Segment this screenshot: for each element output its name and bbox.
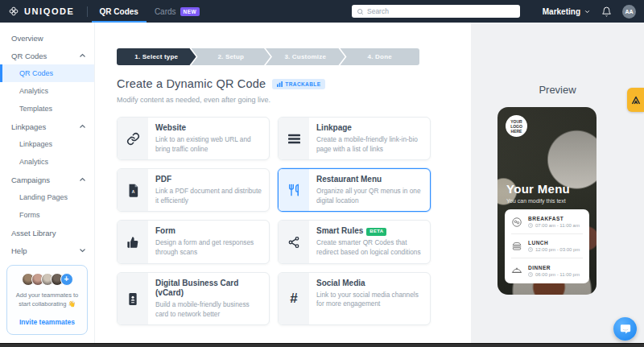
brand[interactable]: UNIQODE <box>8 6 75 17</box>
sidebar-section-linkpages[interactable]: Linkpages <box>0 118 94 135</box>
qr-type-title: Restaurant Menu <box>316 175 423 185</box>
chevron-up-icon <box>79 124 86 129</box>
uniqode-flower-logo-icon <box>8 6 19 17</box>
qr-type-title: Form <box>155 226 262 237</box>
qr-type-title: Smart RulesBETA <box>316 226 423 237</box>
chevron-up-icon <box>79 53 86 58</box>
qr-type-desc: Build a mobile-friendly business card to… <box>155 300 262 319</box>
chevron-up-icon <box>79 177 86 182</box>
bell-icon[interactable] <box>601 6 612 17</box>
clock-icon <box>528 247 533 252</box>
preview-heading: Preview <box>471 84 644 96</box>
qr-type-desc: Link to an existing web URL and bring tr… <box>155 135 262 154</box>
qr-type-title: Social Media <box>316 279 423 289</box>
feedback-side-tab[interactable] <box>627 88 644 112</box>
invite-message: Add your teammates to start collaboratin… <box>13 291 81 309</box>
qr-type-desc: Organize all your QR menus in one digita… <box>316 187 423 205</box>
chat-bubble-icon <box>620 324 631 335</box>
tab-cards[interactable]: Cards NEW <box>155 0 200 23</box>
qr-type-title: PDF <box>155 175 262 185</box>
bar-chart-icon <box>277 81 283 87</box>
sidebar-item-qr-codes[interactable]: QR Codes <box>0 64 94 82</box>
menu-card: BREAKFAST 07:00 am - 11:00 am LUNCH 12:0… <box>505 209 589 283</box>
sidebar-item-linkpage-analytics[interactable]: Analytics <box>0 153 94 171</box>
qr-type-desc: Create a mobile-friendly link-in-bio pag… <box>316 135 423 154</box>
search-input[interactable] <box>367 7 515 15</box>
breakfast-plate-icon <box>511 217 522 228</box>
qr-type-card-linkpage[interactable]: Linkpage Create a mobile-friendly link-i… <box>278 117 431 160</box>
id-card-icon <box>118 273 148 325</box>
qr-type-card-website[interactable]: Website Link to an existing web URL and … <box>117 117 270 160</box>
sidebar-item-linkpages[interactable]: Linkpages <box>0 135 94 153</box>
chat-widget-button[interactable] <box>613 317 637 341</box>
qr-type-desc: Design a form and get responses through … <box>155 238 262 257</box>
sidebar-section-campaigns[interactable]: Campaigns <box>0 171 94 188</box>
hashtag-icon: # <box>279 273 309 325</box>
qr-type-title: Website <box>155 123 262 134</box>
search-bar[interactable] <box>352 5 520 18</box>
svg-text:A: A <box>131 190 134 194</box>
branch-icon <box>279 221 309 262</box>
menu-item-dinner[interactable]: DINNER 06:00 pm - 11:00 pm <box>511 258 583 283</box>
clock-icon <box>528 272 533 277</box>
menu-item-lunch[interactable]: LUNCH 12:00 pm - 03:00 pm <box>511 234 583 258</box>
sidebar-item-help[interactable]: Help <box>0 242 94 259</box>
qr-type-grid: Website Link to an existing web URL and … <box>117 117 431 325</box>
stepper: 1. Select type 2. Setup 3. Customize 4. … <box>117 48 419 65</box>
trackable-badge-label: TRACKABLE <box>285 81 320 87</box>
trackable-badge: TRACKABLE <box>272 79 325 89</box>
step-customize: 3. Customize <box>266 48 345 65</box>
user-avatar[interactable]: AA <box>622 5 636 19</box>
search-icon <box>357 8 364 15</box>
sidebar-item-asset-library[interactable]: Asset Library <box>0 224 94 242</box>
qr-type-card-restaurant-menu[interactable]: Restaurant Menu Organize all your QR men… <box>278 168 431 212</box>
step-setup: 2. Setup <box>192 48 271 65</box>
phone-mockup: YOUR LOGO HERE Your Menu You can modify … <box>497 107 597 295</box>
tab-qr-codes[interactable]: QR Codes <box>100 0 138 23</box>
teammate-avatars: + <box>11 273 83 286</box>
menu-logo-placeholder: YOUR LOGO HERE <box>506 115 527 137</box>
navbar-right: Marketing AA <box>543 5 636 19</box>
sidebar-item-templates[interactable]: Templates <box>0 100 94 118</box>
cutlery-icon <box>279 169 309 211</box>
workspace-selector[interactable]: Marketing <box>543 7 591 16</box>
qr-type-card-pdf[interactable]: A PDF Link a PDF document and distribute… <box>117 168 270 212</box>
clock-icon <box>528 223 533 228</box>
dinner-cloche-icon <box>511 265 522 276</box>
qr-type-title: Digital Business Card (vCard) <box>155 279 262 299</box>
qr-type-desc: Create smarter QR Codes that redirect ba… <box>316 238 423 257</box>
tab-cards-label: Cards <box>155 7 176 16</box>
navbar-divider <box>87 6 88 17</box>
sidebar-item-qr-analytics[interactable]: Analytics <box>0 82 94 100</box>
menu-item-breakfast[interactable]: BREAKFAST 07:00 am - 11:00 am <box>511 210 583 234</box>
sidebar: Overview QR Codes QR Codes Analytics Tem… <box>0 23 95 343</box>
step-select-type[interactable]: 1. Select type <box>117 48 196 65</box>
menu-title: Your Menu <box>506 182 570 196</box>
page-subtitle: Modify content as needed, even after goi… <box>117 96 471 104</box>
step-done: 4. Done <box>341 48 420 65</box>
qr-type-card-form[interactable]: Form Design a form and get responses thr… <box>117 220 270 263</box>
sidebar-item-forms[interactable]: Forms <box>0 206 94 224</box>
brand-name: UNIQODE <box>24 6 75 16</box>
navbar-tabs: QR Codes Cards NEW <box>100 0 216 23</box>
main-content: 1. Select type 2. Setup 3. Customize 4. … <box>95 23 471 343</box>
sidebar-section-qr-codes[interactable]: QR Codes <box>0 47 94 64</box>
window-bottom-edge <box>0 343 644 347</box>
peak-a-mark-icon <box>631 96 641 105</box>
workspace-name: Marketing <box>543 7 580 16</box>
list-icon <box>279 118 309 159</box>
chevron-down-icon <box>79 248 86 253</box>
add-teammate-plus-icon[interactable]: + <box>60 273 73 286</box>
beta-badge: BETA <box>366 228 386 237</box>
sidebar-item-landing-pages[interactable]: Landing Pages <box>0 188 94 206</box>
thumbs-up-icon <box>118 221 148 262</box>
qr-type-card-social-media[interactable]: # Social Media Link to your social media… <box>278 272 431 326</box>
tab-qr-codes-label: QR Codes <box>100 7 138 16</box>
sidebar-item-overview[interactable]: Overview <box>0 29 94 47</box>
new-badge: NEW <box>180 7 200 16</box>
qr-type-desc: Link a PDF document and distribute it ef… <box>155 187 262 205</box>
qr-type-card-smart-rules[interactable]: Smart RulesBETA Create smarter QR Codes … <box>278 220 431 263</box>
sandwich-icon <box>511 241 522 252</box>
qr-type-card-vcard[interactable]: Digital Business Card (vCard) Build a mo… <box>117 272 270 326</box>
invite-teammates-link[interactable]: Invite teammates <box>19 318 75 326</box>
